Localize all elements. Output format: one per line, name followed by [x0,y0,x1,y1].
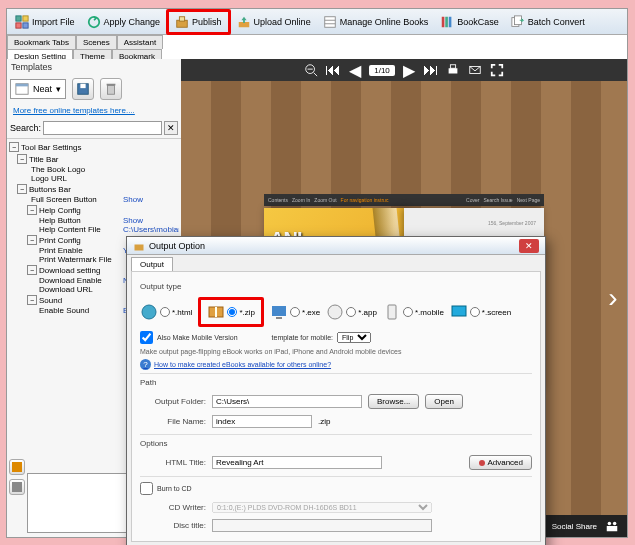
otype-zip[interactable]: *.zip [207,303,255,321]
mini-next[interactable]: Next Page [517,197,540,203]
dialog-close-button[interactable]: ✕ [519,239,539,253]
html-title-input[interactable] [212,456,382,469]
import-file-button[interactable]: Import File [9,12,81,32]
expander-icon[interactable]: − [9,142,19,152]
import-file-label: Import File [32,17,75,27]
delete-template-button[interactable] [100,78,122,100]
panel-icon-1[interactable] [9,459,25,475]
fullscreen-icon[interactable] [489,62,505,78]
mini-contents[interactable]: Contents [268,197,288,203]
expander-icon[interactable]: − [17,154,27,164]
bookcase-button[interactable]: BookCase [434,12,505,32]
apply-change-button[interactable]: Apply Change [81,12,167,32]
file-name-input[interactable] [212,415,312,428]
upload-online-button[interactable]: Upload Online [231,12,317,32]
svg-rect-32 [607,526,612,531]
last-page-icon[interactable]: ⏭ [423,62,439,78]
dialog-title: Output Option [149,241,205,251]
tree-download-setting[interactable]: Download setting [39,266,100,275]
svg-point-35 [142,305,156,319]
mini-zoomout[interactable]: Zoom Out [314,197,336,203]
mobile-version-checkbox[interactable] [140,331,153,344]
template-selector[interactable]: Neat ▾ [10,79,66,99]
tab-scenes[interactable]: Scenes [76,35,117,49]
tree-help-file-value[interactable]: C:\Users\mobian [123,225,179,234]
advanced-button[interactable]: Advanced [469,455,532,470]
print-icon[interactable] [445,62,461,78]
svg-rect-39 [276,317,282,319]
otype-exe[interactable]: *.exe [270,303,320,321]
expander-icon[interactable]: − [17,184,27,194]
dropdown-icon: ▾ [56,84,61,94]
disc-title-label: Disc title: [140,521,206,530]
apply-change-label: Apply Change [104,17,161,27]
burn-cd-checkbox[interactable] [140,482,153,495]
tree-print-config[interactable]: Print Config [39,236,81,245]
more-templates-link[interactable]: More free online templates here.... [7,103,181,118]
expander-icon[interactable]: − [27,235,37,245]
svg-rect-12 [445,16,448,27]
templates-label: Templates [7,59,181,75]
email-icon[interactable] [467,62,483,78]
tree-help-button-value[interactable]: Show [123,216,179,225]
zoom-out-icon[interactable] [303,62,319,78]
tab-bookmark-tabs[interactable]: Bookmark Tabs [7,35,76,49]
expander-icon[interactable]: − [27,265,37,275]
batch-convert-button[interactable]: Batch Convert [505,12,591,32]
otype-html[interactable]: *.html [140,303,192,321]
svg-rect-23 [12,482,22,492]
tree-help-file[interactable]: Help Content File [9,225,123,234]
publish-button[interactable]: Publish [169,12,228,32]
burn-cd-label: Burn to CD [157,485,192,492]
expander-icon[interactable]: − [27,205,37,215]
tree-buttons-bar[interactable]: Buttons Bar [29,185,71,194]
tree-help-config[interactable]: Help Config [39,206,81,215]
zip-highlight: *.zip [198,297,264,327]
otype-app[interactable]: *.app [326,303,377,321]
tree-toolbar-settings[interactable]: Tool Bar Settings [21,143,81,152]
social-share-button[interactable]: Social Share [552,522,597,531]
panel-icon-2[interactable] [9,479,25,495]
expander-icon[interactable]: − [27,295,37,305]
tree-print-enable[interactable]: Print Enable [9,246,123,255]
tab-assistant[interactable]: Assistant [117,35,163,49]
tree-enable-sound[interactable]: Enable Sound [9,306,123,315]
browse-button[interactable]: Browse... [368,394,419,409]
svg-rect-41 [388,305,396,319]
tree-download-enable[interactable]: Download Enable [9,276,123,285]
tree-title-bar[interactable]: Title Bar [29,155,59,164]
mini-cover[interactable]: Cover [466,197,479,203]
tree-help-button[interactable]: Help Button [9,216,123,225]
search-input[interactable] [43,121,162,135]
page-indicator[interactable]: 1/10 [369,65,395,76]
open-button[interactable]: Open [425,394,463,409]
tree-logo-url[interactable]: Logo URL [9,174,179,183]
mobile-template-select[interactable]: Flip [337,332,371,343]
clear-search-button[interactable]: ✕ [164,121,178,135]
tree-fullscreen[interactable]: Full Screen Button [9,195,123,204]
svg-rect-11 [442,16,445,27]
page-right-arrow[interactable]: › [603,278,623,318]
output-folder-input[interactable] [212,395,362,408]
prev-page-icon[interactable]: ◀ [347,62,363,78]
mini-search[interactable]: Search Issue [483,197,512,203]
svg-rect-37 [215,307,217,317]
upper-tabs: Bookmark Tabs Scenes Assistant [7,35,181,49]
first-page-icon[interactable]: ⏮ [325,62,341,78]
upload-online-label: Upload Online [254,17,311,27]
viewer-controls: ⏮ ◀ 1/10 ▶ ⏭ [181,59,627,81]
html-title-label: HTML Title: [140,458,206,467]
otype-mobile[interactable]: *.mobile [383,303,444,321]
manage-books-button[interactable]: Manage Online Books [317,12,435,32]
svg-rect-3 [23,22,28,27]
next-page-icon[interactable]: ▶ [401,62,417,78]
mini-zoomin[interactable]: Zoom In [292,197,310,203]
otype-screen[interactable]: *.screen [450,303,511,321]
dialog-tab-output[interactable]: Output [131,257,173,271]
tree-sound[interactable]: Sound [39,296,62,305]
tree-fullscreen-value[interactable]: Show [123,195,179,204]
tree-book-logo[interactable]: The Book Logo [9,165,179,174]
info-link[interactable]: ?How to make created eBooks available fo… [140,359,532,370]
dialog-titlebar[interactable]: Output Option ✕ [127,237,545,255]
save-template-button[interactable] [72,78,94,100]
